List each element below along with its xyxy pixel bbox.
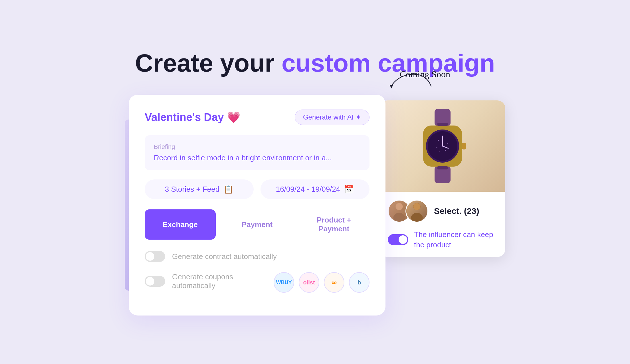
toggle-thumb-2: [146, 277, 154, 286]
coming-soon-text: Coming Soon: [400, 69, 450, 80]
keep-product-row: The influencer can keep the product: [388, 229, 497, 250]
avatar-2: [405, 200, 428, 223]
contract-toggle-label: Generate contract automatically: [172, 252, 277, 261]
date-calendar-icon: 📅: [344, 185, 354, 194]
svg-point-19: [396, 203, 403, 210]
ai-button-label: Generate with AI ✦: [303, 113, 361, 121]
svg-point-18: [393, 213, 405, 222]
svg-point-7: [444, 139, 445, 139]
svg-point-8: [447, 143, 448, 144]
card-header: Valentine's Day 💗 Generate with AI ✦: [145, 110, 369, 125]
svg-rect-16: [437, 166, 448, 169]
olist-badge[interactable]: olist: [299, 272, 319, 293]
select-label[interactable]: Select. (23): [434, 206, 479, 216]
b-label: b: [358, 279, 361, 286]
svg-point-21: [411, 213, 423, 222]
toggle-contract-row: Generate contract automatically: [145, 251, 369, 262]
svg-point-22: [413, 203, 420, 210]
svg-point-9: [437, 147, 437, 148]
loop-badge[interactable]: ∞: [324, 272, 344, 293]
campaign-card: Valentine's Day 💗 Generate with AI ✦ Bri…: [129, 95, 385, 316]
influencer-avatars: [388, 200, 428, 223]
exchange-button[interactable]: Exchange: [145, 209, 216, 240]
wbuy-label: WBUY: [276, 280, 292, 286]
product-info: Select. (23) The influencer can keep the…: [380, 192, 505, 257]
payment-button[interactable]: Payment: [221, 209, 292, 240]
title-prefix: Create your: [135, 49, 282, 77]
stories-label: 3 Stories + Feed: [165, 185, 220, 194]
svg-point-10: [445, 150, 446, 151]
generate-ai-button[interactable]: Generate with AI ✦: [295, 110, 369, 125]
svg-marker-0: [389, 85, 393, 88]
coming-soon-annotation: Coming Soon: [385, 69, 437, 90]
coupons-toggle-label: Generate coupons automatically: [172, 272, 267, 290]
briefing-text: Record in selfie mode in a bright enviro…: [154, 153, 360, 162]
influencer-row: Select. (23): [388, 200, 497, 223]
briefing-field: Briefing Record in selfie mode in a brig…: [145, 135, 369, 170]
keep-product-toggle[interactable]: [388, 234, 408, 245]
integrations-row: WBUY olist ∞ b: [274, 272, 369, 293]
toggle-coupons-row: Generate coupons automatically WBUY olis…: [145, 270, 369, 293]
toggle-thumb: [146, 252, 154, 261]
side-panel: Coming Soon: [380, 100, 505, 257]
product-image: [380, 100, 505, 192]
svg-rect-15: [437, 123, 448, 126]
wbuy-badge[interactable]: WBUY: [274, 272, 294, 293]
svg-rect-14: [462, 143, 466, 149]
coupons-toggle[interactable]: [145, 276, 165, 287]
watch-svg: [411, 106, 474, 186]
svg-point-11: [439, 151, 440, 152]
keep-toggle-thumb: [399, 235, 407, 244]
calendar-icon: 📋: [223, 185, 233, 194]
stories-button[interactable]: 3 Stories + Feed 📋: [145, 179, 254, 199]
date-row: 3 Stories + Feed 📋 16/09/24 - 19/09/24 📅: [145, 179, 369, 199]
loop-label: ∞: [332, 278, 337, 287]
campaign-title: Valentine's Day 💗: [145, 111, 240, 124]
briefing-label: Briefing: [154, 143, 360, 151]
olist-label: olist: [303, 279, 315, 286]
svg-point-6: [438, 140, 439, 141]
keep-product-text: The influencer can keep the product: [414, 229, 497, 250]
b-badge[interactable]: b: [349, 272, 369, 293]
product-card: Select. (23) The influencer can keep the…: [380, 100, 505, 257]
contract-toggle[interactable]: [145, 251, 165, 262]
date-range-button[interactable]: 16/09/24 - 19/09/24 📅: [261, 179, 369, 199]
main-content: Valentine's Day 💗 Generate with AI ✦ Bri…: [125, 95, 505, 316]
product-payment-button[interactable]: Product + Payment: [298, 209, 369, 240]
date-range-label: 16/09/24 - 19/09/24: [276, 185, 340, 194]
payment-type-row: Exchange Payment Product + Payment: [145, 209, 369, 240]
